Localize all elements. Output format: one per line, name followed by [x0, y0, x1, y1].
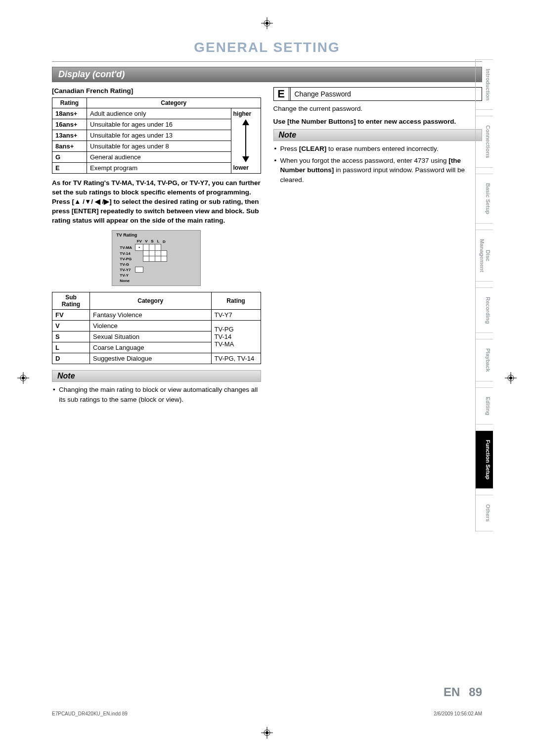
cf-c2: Unsuitable for ages under 13 [87, 130, 231, 141]
sub-rating-table: Sub Rating Category Rating FVFantasy Vio… [52, 292, 261, 364]
cf-rating-heading: [Canadian French Rating] [52, 87, 261, 94]
sr0s: FV [52, 309, 90, 320]
lower-label: lower [233, 164, 249, 171]
section-e-title: Change Password [291, 88, 482, 100]
note-heading-right: Note [273, 129, 483, 141]
tvcol4: D [161, 238, 167, 244]
note-list-right: Press [CLEAR] to erase numbers entered i… [273, 144, 483, 185]
page-num: 89 [469, 685, 482, 699]
cf-c5: Exempt program [87, 163, 231, 174]
tab-introduction[interactable]: Introduction [476, 59, 493, 110]
tvcol0: FV [135, 238, 143, 244]
sr3s: L [52, 342, 90, 353]
tab-basic-setup[interactable]: Basic Setup [476, 174, 493, 224]
cf-c0: Adult audience only [87, 108, 231, 119]
tab-recording[interactable]: Recording [476, 287, 493, 333]
cf-r1: 16ans+ [52, 119, 87, 130]
sr1c: Violence [90, 320, 212, 331]
cf-r0: 18ans+ [52, 108, 87, 119]
section-e-header: E Change Password [273, 87, 483, 101]
sub-th3: Rating [211, 292, 261, 309]
registration-mark-icon [505, 372, 517, 384]
page-content: GENERAL SETTING Display (cont'd) [Canadi… [52, 40, 482, 716]
cf-c1: Unsuitable for ages under 16 [87, 119, 231, 130]
cf-c3: Unsuitable for ages under 8 [87, 141, 231, 152]
sub-rating-description: As for TV Rating's TV-MA, TV-14, TV-PG, … [52, 179, 261, 225]
tvcol1: V [143, 238, 149, 244]
tv-rating-diagram: TV Rating FV V S L D TV-MA TV-14 TV-PG T… [112, 230, 201, 286]
sr3c: Coarse Language [90, 342, 212, 353]
cf-r3: 8ans+ [52, 141, 87, 152]
sr4s: D [52, 353, 90, 364]
th-rating: Rating [52, 98, 87, 108]
page-number: EN89 [444, 685, 482, 699]
note-heading-left: Note [52, 370, 261, 382]
cf-rating-table: Rating Category 18ans+ Adult audience on… [52, 97, 261, 174]
th-category: Category [87, 98, 261, 108]
note-right-1: When you forgot the access password, ent… [273, 156, 483, 185]
footer-left: E7PCAUD_DR420KU_EN.indd 89 [52, 711, 128, 716]
tvrow4: TV-Y7 [118, 267, 135, 273]
footer-right: 2/6/2009 10:56:02 AM [434, 711, 482, 716]
tvrow0: TV-MA [118, 244, 135, 251]
cf-r5: E [52, 163, 87, 174]
arrow-up-icon [242, 119, 249, 125]
higher-label: higher [233, 110, 252, 117]
svg-marker-17 [242, 156, 249, 162]
tvcol3: L [155, 238, 161, 244]
tab-others[interactable]: Others [476, 495, 493, 531]
change-password-instruction: Use [the Number Buttons] to enter new ac… [273, 117, 483, 127]
tvrow6: None [118, 278, 135, 284]
tvrow1: TV-14 [118, 251, 135, 256]
side-tabs: Introduction Connections Basic Setup Dis… [475, 59, 493, 531]
sr2s: S [52, 331, 90, 342]
tvrow3: TV-G [118, 262, 135, 267]
sub-th1: Sub Rating [52, 292, 90, 309]
right-column: E Change Password Change the current pas… [273, 87, 483, 406]
sr4c: Suggestive Dialogue [90, 353, 212, 364]
registration-mark-icon [17, 372, 29, 384]
sr0c: Fantasy Violence [90, 309, 212, 320]
svg-marker-16 [242, 119, 249, 125]
tvcol2: S [149, 238, 155, 244]
tv-box-title: TV Rating [114, 233, 198, 237]
sub-th2: Category [90, 292, 212, 309]
title-divider [52, 61, 482, 62]
cf-r4: G [52, 152, 87, 163]
sr0r: TV-Y7 [211, 309, 261, 320]
tab-disc-management[interactable]: Disc Management [476, 230, 493, 282]
tab-function-setup[interactable]: Function Setup [476, 430, 493, 489]
sr2c: Sexual Situation [90, 331, 212, 342]
note-list-left: Changing the main rating to block or vie… [52, 385, 261, 404]
sr4r: TV-PG, TV-14 [211, 353, 261, 364]
tab-editing[interactable]: Editing [476, 387, 493, 425]
sr1s: V [52, 320, 90, 331]
page-lang: EN [444, 685, 460, 699]
cf-c4: General audience [87, 152, 231, 163]
note-right-0: Press [CLEAR] to erase numbers entered i… [273, 144, 483, 154]
registration-mark-icon [261, 17, 273, 29]
sr-group-r: TV-PG TV-14 TV-MA [211, 320, 261, 353]
left-column: [Canadian French Rating] Rating Category… [52, 87, 261, 406]
arrow-down-icon [242, 156, 249, 162]
tvrow5: TV-Y [118, 273, 135, 278]
note-left-0: Changing the main rating to block or vie… [52, 385, 261, 404]
tab-connections[interactable]: Connections [476, 116, 493, 168]
tab-playback[interactable]: Playback [476, 339, 493, 381]
arrow-stem [245, 125, 246, 156]
registration-mark-icon [261, 727, 273, 739]
footer: E7PCAUD_DR420KU_EN.indd 89 2/6/2009 10:5… [52, 711, 482, 716]
tvrow2: TV-PG [118, 256, 135, 262]
cf-r2: 13ans+ [52, 130, 87, 141]
change-password-desc: Change the current password. [273, 104, 483, 114]
page-title: GENERAL SETTING [52, 40, 482, 55]
section-header: Display (cont'd) [52, 67, 482, 82]
section-letter: E [274, 88, 291, 100]
